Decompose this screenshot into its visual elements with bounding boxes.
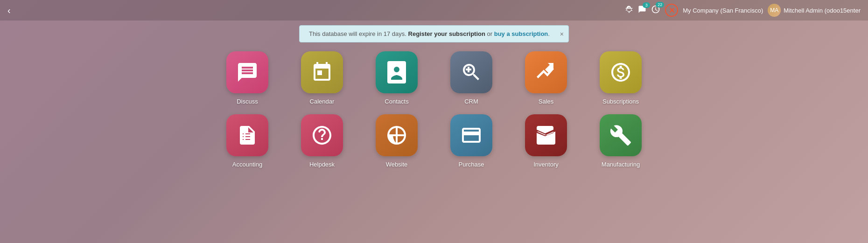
app-sales-label: Sales: [539, 98, 554, 105]
user-name: Mitchell Admin (odoo15enter: [784, 7, 861, 14]
app-grid: Discuss Calendar Contacts CRM Sales Subs…: [217, 51, 651, 168]
user-avatar: MA: [768, 4, 781, 17]
app-accounting[interactable]: Accounting: [217, 114, 278, 168]
app-contacts-label: Contacts: [385, 98, 408, 105]
app-accounting-label: Accounting: [232, 161, 262, 168]
app-manufacturing-label: Manufacturing: [602, 161, 640, 168]
app-website-label: Website: [386, 161, 408, 168]
app-helpdesk-label: Helpdesk: [309, 161, 335, 168]
app-helpdesk[interactable]: Helpdesk: [292, 114, 352, 168]
close-update-button[interactable]: ✕: [665, 4, 678, 17]
app-calendar-label: Calendar: [310, 98, 335, 105]
app-contacts[interactable]: Contacts: [366, 51, 427, 105]
topbar-right: 3 22 ✕ My Company (San Francisco) MA Mit…: [625, 4, 861, 17]
bug-icon[interactable]: [625, 5, 633, 15]
discuss-icon: [226, 51, 268, 93]
app-inventory-label: Inventory: [533, 161, 558, 168]
accounting-icon: [226, 114, 268, 156]
activity-badge: 22: [656, 2, 664, 7]
contacts-icon: [376, 51, 418, 93]
manufacturing-icon: [600, 114, 642, 156]
user-menu[interactable]: MA Mitchell Admin (odoo15enter: [768, 4, 861, 17]
app-inventory[interactable]: Inventory: [516, 114, 576, 168]
chat-icon[interactable]: 3: [638, 5, 646, 15]
company-name[interactable]: My Company (San Francisco): [683, 7, 763, 14]
app-subscriptions[interactable]: Subscriptions: [590, 51, 651, 105]
topbar: ‹ 3 22 ✕ My Company (San Francisco) MA M…: [0, 0, 868, 21]
app-calendar[interactable]: Calendar: [292, 51, 352, 105]
expiry-banner: This database will expire in 17 days. Re…: [299, 25, 569, 42]
app-discuss[interactable]: Discuss: [217, 51, 278, 105]
app-discuss-label: Discuss: [237, 98, 258, 105]
app-purchase[interactable]: Purchase: [441, 114, 502, 168]
app-purchase-label: Purchase: [459, 161, 484, 168]
banner-close-button[interactable]: ×: [560, 30, 564, 38]
chat-badge: 3: [643, 2, 650, 8]
app-manufacturing[interactable]: Manufacturing: [590, 114, 651, 168]
subscriptions-icon: [600, 51, 642, 93]
activity-icon[interactable]: 22: [651, 5, 660, 16]
buy-subscription-link[interactable]: buy a subscription: [494, 30, 548, 37]
website-icon: [376, 114, 418, 156]
back-button[interactable]: ‹: [7, 5, 11, 16]
inventory-icon: [525, 114, 567, 156]
app-subscriptions-label: Subscriptions: [602, 98, 639, 105]
sales-icon: [525, 51, 567, 93]
app-crm-label: CRM: [464, 98, 478, 105]
app-website[interactable]: Website: [366, 114, 427, 168]
purchase-icon: [450, 114, 492, 156]
app-crm[interactable]: CRM: [441, 51, 502, 105]
crm-icon: [450, 51, 492, 93]
helpdesk-icon: [301, 114, 343, 156]
calendar-icon: [301, 51, 343, 93]
app-sales[interactable]: Sales: [516, 51, 576, 105]
